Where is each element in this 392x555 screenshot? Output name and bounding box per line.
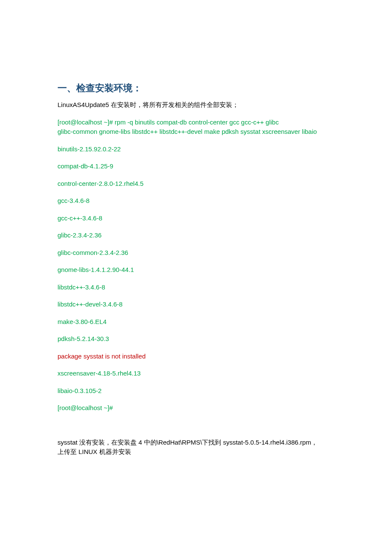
note-line-2: 上传至 LINUX 机器并安装 [58, 448, 131, 455]
pkg-libaio: libaio-0.3.105-2 [58, 386, 337, 396]
rpm-command-block: [root@localhost ~]# rpm -q binutils comp… [58, 118, 337, 137]
sysstat-note: sysstat 没有安装，在安装盘 4 中的\RedHat\RPMS\下找到 s… [58, 438, 337, 457]
vertical-spacer [58, 421, 337, 438]
pkg-make: make-3.80-6.EL4 [58, 317, 337, 327]
pkg-glibc: glibc-2.3.4-2.36 [58, 231, 337, 240]
pkg-gcc: gcc-3.4.6-8 [58, 196, 337, 206]
rpm-command-line-2: glibc-common gnome-libs libstdc++ libstd… [58, 128, 317, 135]
pkg-pdksh: pdksh-5.2.14-30.3 [58, 334, 337, 344]
rpm-command-line-1: [root@localhost ~]# rpm -q binutils comp… [58, 119, 279, 126]
pkg-glibc-common: glibc-common-2.3.4-2.36 [58, 248, 337, 258]
pkg-control-center: control-center-2.8.0-12.rhel4.5 [58, 179, 337, 189]
pkg-gcc-cpp: gcc-c++-3.4.6-8 [58, 214, 337, 223]
pkg-libstdcpp: libstdc++-3.4.6-8 [58, 283, 337, 292]
pkg-sysstat-missing: package sysstat is not installed [58, 352, 337, 361]
section-heading: 一、检查安装环境： [58, 81, 337, 95]
shell-prompt: [root@localhost ~]# [58, 403, 337, 413]
pkg-binutils: binutils-2.15.92.0.2-22 [58, 145, 337, 154]
pkg-compat-db: compat-db-4.1.25-9 [58, 162, 337, 171]
pkg-libstdcpp-devel: libstdc++-devel-3.4.6-8 [58, 300, 337, 309]
pkg-gnome-libs: gnome-libs-1.4.1.2.90-44.1 [58, 265, 337, 275]
document-page: 一、检查安装环境： LinuxAS4Update5 在安装时，将所有开发相关的组… [0, 0, 392, 555]
intro-text: LinuxAS4Update5 在安装时，将所有开发相关的组件全部安装； [58, 100, 337, 110]
note-line-1: sysstat 没有安装，在安装盘 4 中的\RedHat\RPMS\下找到 s… [58, 439, 317, 446]
pkg-xscreensaver: xscreensaver-4.18-5.rhel4.13 [58, 369, 337, 379]
